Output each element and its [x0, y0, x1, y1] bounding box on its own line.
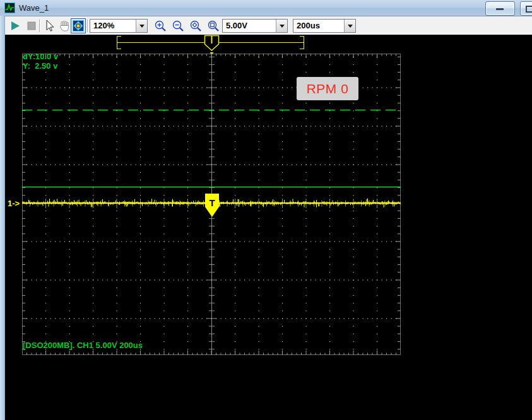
- zoom-out-button[interactable]: [170, 18, 186, 33]
- bracket-foot: [117, 49, 121, 49]
- cursor-delta-readout: dY:10.0 v: [23, 52, 58, 61]
- hand-icon: [58, 20, 71, 32]
- bracket-foot: [300, 49, 304, 49]
- zoom-in-icon: [154, 20, 167, 33]
- volts-per-div-dropdown-button[interactable]: [276, 20, 287, 32]
- zoom-selection-icon: [189, 20, 203, 33]
- zoom-percent-value: 120%: [90, 20, 136, 32]
- trigger-letter: T: [209, 197, 215, 208]
- wave-window: Wave_1: [0, 0, 532, 420]
- zoom-fit-icon: [207, 20, 220, 33]
- rpm-value: RPM 0: [307, 81, 349, 96]
- stop-button[interactable]: [24, 18, 39, 33]
- move-all-directions-icon: [73, 20, 84, 32]
- zoom-in-button[interactable]: [153, 18, 168, 33]
- toolbar-separator: [87, 20, 88, 32]
- chevron-down-icon: [280, 25, 285, 30]
- channel1-marker[interactable]: 1->: [8, 199, 20, 208]
- time-per-div-select[interactable]: 200us: [293, 19, 356, 33]
- bracket-foot: [300, 36, 304, 37]
- volts-per-div-select[interactable]: 5.00V: [222, 19, 288, 33]
- chevron-down-icon: [348, 25, 353, 30]
- minimize-button[interactable]: [485, 1, 515, 16]
- timespan-bracket-left[interactable]: [117, 36, 117, 49]
- maximize-button[interactable]: [520, 1, 532, 16]
- app-waveform-icon: [4, 3, 15, 13]
- stop-icon: [25, 20, 38, 32]
- time-per-div-value: 200us: [293, 20, 344, 32]
- cursor-arrow-icon: [43, 20, 56, 32]
- time-per-div-dropdown-button[interactable]: [344, 20, 355, 32]
- run-button[interactable]: [8, 18, 23, 33]
- zoom-fit-button[interactable]: [206, 18, 221, 33]
- zoom-percent-dropdown-button[interactable]: [136, 20, 147, 32]
- window-left-border: [0, 16, 5, 420]
- title-bar[interactable]: Wave_1: [0, 0, 532, 16]
- timespan-bracket-right[interactable]: [304, 36, 304, 49]
- window-title: Wave_1: [19, 3, 49, 13]
- cursor-y-readout: Y: 2.50 v: [23, 61, 57, 71]
- move-waveform-tool-button[interactable]: [71, 18, 86, 33]
- maximize-icon: [526, 6, 532, 13]
- zoom-out-icon: [172, 20, 185, 33]
- chevron-down-icon: [139, 25, 145, 30]
- rpm-display: RPM 0: [297, 77, 358, 100]
- volts-per-div-value: 5.00V: [223, 20, 276, 32]
- toolbar-separator: [39, 20, 40, 32]
- zoom-percent-select[interactable]: 120%: [90, 19, 148, 33]
- play-icon: [9, 20, 21, 32]
- bracket-foot: [117, 36, 121, 37]
- pan-tool-button[interactable]: [57, 18, 72, 33]
- zoom-selection-button[interactable]: [188, 18, 203, 33]
- select-tool-button[interactable]: [42, 18, 57, 33]
- minimize-icon: [496, 8, 504, 10]
- scope-status-text: [DSO200MB]. CH1 5.00V 200us: [23, 341, 143, 350]
